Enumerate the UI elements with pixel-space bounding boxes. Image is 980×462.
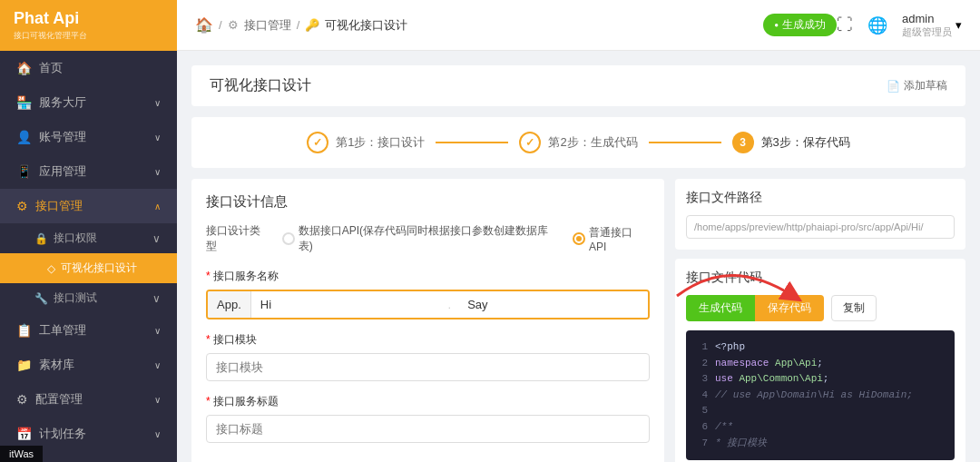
radio-db-api[interactable]: 数据接口API(保存代码同时根据接口参数创建数据库表)	[282, 223, 562, 254]
logo-sub: 接口可视化管理平台	[14, 30, 87, 42]
save-code-button[interactable]: 保存代码	[755, 295, 824, 321]
sidebar-item-api-perm-label: 接口权限	[54, 231, 97, 246]
file-path-input[interactable]	[686, 215, 955, 239]
code-section: 接口文件代码 生成代码 保存代码 复制 1 <?php	[675, 259, 965, 462]
add-draft-button[interactable]: 📄 添加草稿	[887, 78, 947, 93]
service-name-main-input[interactable]	[251, 291, 441, 318]
user-info[interactable]: admin 超级管理员 ▾	[902, 12, 962, 39]
line-num-7: 7	[695, 436, 708, 452]
config-icon: ⚙	[16, 392, 28, 407]
radio-dot-normal	[573, 232, 585, 245]
header-right: ⛶ 🌐 admin 超级管理员 ▾	[837, 12, 962, 39]
code-text-1: <?php	[715, 339, 745, 356]
file-path-section: 接口文件路径	[675, 179, 965, 250]
code-text-5	[715, 403, 721, 419]
sidebar-item-service[interactable]: 🏪 服务大厅 ∨	[0, 85, 177, 120]
copy-button[interactable]: 复制	[831, 295, 877, 321]
step-2-circle	[519, 132, 541, 153]
radio-dot-db	[282, 232, 295, 245]
logo-text: Phat Api	[14, 9, 79, 27]
page-title: 可视化接口设计	[210, 76, 311, 95]
chevron-down-icon-test: ∨	[152, 292, 161, 305]
sidebar-item-visual-api-label: 可视化接口设计	[61, 260, 137, 276]
sidebar-item-api-test-label: 接口测试	[54, 290, 97, 306]
workorder-icon: 📋	[16, 323, 32, 338]
sidebar-logo: Phat Api 接口可视化管理平台	[0, 0, 177, 51]
module-field: 接口模块	[206, 332, 650, 381]
sidebar-item-api-perm[interactable]: 🔒 接口权限 ∨	[0, 223, 177, 253]
line-num-4: 4	[695, 388, 708, 404]
breadcrumb-api-link[interactable]: 接口管理	[244, 17, 291, 34]
sidebar-item-material[interactable]: 📁 素材库 ∨	[0, 348, 177, 382]
code-text-4: // use App\Domain\Hi as HiDomain;	[715, 388, 913, 404]
chevron-up-icon-api: ∧	[154, 202, 161, 211]
step-3-circle: 3	[732, 132, 754, 153]
globe-icon[interactable]: 🌐	[867, 15, 887, 35]
api-title-input[interactable]	[206, 415, 650, 443]
test-icon: 🔧	[34, 292, 48, 305]
chevron-down-icon-app: ∨	[154, 167, 161, 177]
sidebar-item-account-label: 账号管理	[39, 129, 86, 145]
radio-normal-label: 普通接口API	[589, 225, 650, 253]
service-name-suffix-input[interactable]	[458, 291, 648, 318]
breadcrumb-visual-icon: 🔑	[305, 18, 319, 32]
chevron-down-icon: ∨	[154, 98, 161, 108]
code-line-7: 7 * 接口模块	[695, 436, 946, 452]
material-icon: 📁	[16, 358, 32, 372]
home-breadcrumb-icon: 🏠	[195, 16, 213, 34]
header: 🏠 / ⚙ 接口管理 / 🔑 可视化接口设计 生成成功 ⛶ 🌐 admin 超级…	[177, 0, 980, 51]
module-input[interactable]	[206, 353, 650, 381]
line-num-3: 3	[695, 371, 708, 388]
api-type-row: 接口设计类型 数据接口API(保存代码同时根据接口参数创建数据库表) 普通接口A…	[206, 223, 650, 254]
step-line-1	[436, 142, 508, 143]
module-label: 接口模块	[206, 332, 650, 348]
code-block: 1 <?php 2 namespace App\Api; 3 use App\C…	[686, 330, 955, 460]
service-name-separator: .	[441, 291, 459, 318]
code-btn-group: 生成代码 保存代码	[686, 295, 824, 321]
code-line-6: 6 /**	[695, 419, 946, 436]
sidebar-item-api-test[interactable]: 🔧 接口测试 ∨	[0, 283, 177, 313]
user-role: 超级管理员	[902, 25, 952, 39]
expand-icon[interactable]: ⛶	[837, 15, 853, 34]
service-name-field: 接口服务名称 App. .	[206, 269, 650, 319]
sidebar-item-home[interactable]: 🏠 首页	[0, 51, 177, 85]
code-line-3: 3 use App\Common\Api;	[695, 371, 946, 388]
code-line-1: 1 <?php	[695, 339, 946, 356]
sidebar-item-visual-api[interactable]: ◇ 可视化接口设计	[0, 253, 177, 283]
account-icon: 👤	[16, 130, 32, 144]
sidebar-item-account[interactable]: 👤 账号管理 ∨	[0, 120, 177, 154]
chevron-down-icon-perm: ∨	[152, 232, 161, 245]
sidebar-item-config[interactable]: ⚙ 配置管理 ∨	[0, 382, 177, 417]
sidebar-item-app[interactable]: 📱 应用管理 ∨	[0, 154, 177, 189]
right-panel: 接口文件路径 接口文件代码 生成代码 保存代码 复制	[675, 179, 965, 462]
service-name-input-group: App. .	[206, 290, 650, 319]
radio-normal-api[interactable]: 普通接口API	[573, 225, 650, 253]
sidebar-menu: 🏠 首页 🏪 服务大厅 ∨ 👤 账号管理 ∨ 📱 应用管理 ∨ ⚙ 接口管理 ∧…	[0, 51, 177, 462]
line-num-1: 1	[695, 339, 708, 356]
code-text-6: /**	[715, 419, 733, 436]
code-line-2: 2 namespace App\Api;	[695, 356, 946, 372]
sidebar-item-workorder-label: 工单管理	[39, 322, 86, 339]
api-icon: ⚙	[16, 199, 28, 213]
step-1-circle	[307, 132, 328, 153]
chevron-down-icon-account: ∨	[154, 133, 161, 143]
step-2-label: 第2步：生成代码	[548, 134, 637, 151]
app-icon: 📱	[16, 164, 32, 179]
left-panel-title: 接口设计信息	[206, 193, 650, 211]
api-type-label: 接口设计类型	[206, 223, 271, 254]
add-draft-label: 添加草稿	[904, 78, 947, 93]
sidebar-item-workorder[interactable]: 📋 工单管理 ∨	[0, 313, 177, 348]
user-dropdown-arrow: ▾	[956, 18, 962, 32]
service-icon: 🏪	[16, 95, 32, 110]
breadcrumb-sep-2: /	[297, 18, 300, 32]
code-text-2: namespace App\Api;	[715, 356, 823, 372]
sidebar-item-api[interactable]: ⚙ 接口管理 ∧	[0, 189, 177, 223]
sidebar-item-material-label: 素材库	[39, 357, 74, 373]
step-3-label: 第3步：保存代码	[761, 134, 850, 151]
step-1-label: 第1步：接口设计	[336, 134, 425, 151]
generate-code-button[interactable]: 生成代码	[686, 295, 755, 321]
code-action-bar: 生成代码 保存代码 复制	[686, 295, 955, 321]
step-1: 第1步：接口设计	[307, 132, 425, 153]
sidebar-item-home-label: 首页	[39, 60, 63, 76]
api-title-label: 接口服务标题	[206, 394, 650, 409]
